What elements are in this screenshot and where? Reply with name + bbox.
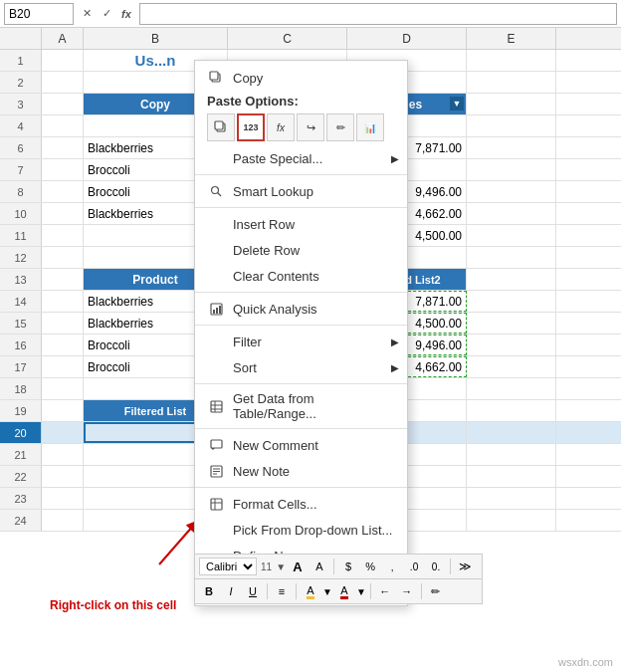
cell-a22[interactable] xyxy=(42,466,84,487)
col-header-e[interactable]: E xyxy=(467,28,556,49)
cell-e21[interactable] xyxy=(467,444,556,465)
cell-e2[interactable] xyxy=(467,72,556,93)
cell-e8[interactable] xyxy=(467,181,556,202)
paste-btn-format[interactable]: ✏ xyxy=(326,113,354,141)
cell-a20[interactable] xyxy=(42,422,84,443)
formula-input[interactable] xyxy=(139,3,617,25)
eraser-btn[interactable]: ✏ xyxy=(426,581,446,601)
font-size-increase-btn[interactable]: A xyxy=(288,557,308,576)
cell-e13[interactable] xyxy=(467,269,556,290)
cell-a10[interactable] xyxy=(42,203,84,224)
menu-item-new-comment[interactable]: New Comment xyxy=(195,432,407,458)
copy-icon xyxy=(207,69,225,87)
cell-a8[interactable] xyxy=(42,181,84,202)
menu-item-new-note[interactable]: New Note xyxy=(195,458,407,484)
percent-btn[interactable]: % xyxy=(360,557,380,576)
paste-btn-transpose[interactable]: ↪ xyxy=(297,113,324,141)
cell-e22[interactable] xyxy=(467,466,556,487)
cell-a2[interactable] xyxy=(42,72,84,93)
paste-btn-clipboard[interactable] xyxy=(207,113,235,141)
cell-e19[interactable] xyxy=(467,400,556,421)
cell-e20[interactable] xyxy=(467,422,556,443)
cell-a13[interactable] xyxy=(42,269,84,290)
cell-e1[interactable] xyxy=(467,50,556,71)
cell-a16[interactable] xyxy=(42,335,84,355)
cell-e6[interactable] xyxy=(467,137,556,158)
font-size-decrease-btn[interactable]: A xyxy=(310,557,329,576)
cell-e16[interactable] xyxy=(467,335,556,355)
cell-e10[interactable] xyxy=(467,203,556,224)
menu-item-filter[interactable]: Filter ▶ xyxy=(195,329,407,354)
col-header-a[interactable]: A xyxy=(42,28,84,49)
increase-decimal-btn[interactable]: .0 xyxy=(404,557,424,576)
align-left-btn[interactable]: ≡ xyxy=(272,581,292,601)
cell-a7[interactable] xyxy=(42,159,84,180)
menu-item-clear-contents[interactable]: Clear Contents xyxy=(195,263,407,289)
more-btn[interactable]: ≫ xyxy=(455,557,475,576)
cell-e18[interactable] xyxy=(467,378,556,399)
function-icon[interactable]: fx xyxy=(117,5,135,23)
menu-item-copy[interactable]: Copy xyxy=(195,65,407,91)
cell-e4[interactable] xyxy=(467,115,556,136)
cell-e24[interactable] xyxy=(467,510,556,531)
menu-item-pick-dropdown[interactable]: Pick From Drop-down List... xyxy=(195,517,407,543)
menu-item-insert-row[interactable]: Insert Row xyxy=(195,211,407,237)
filter-dropdown-icon[interactable]: ▼ xyxy=(450,97,464,111)
italic-btn[interactable]: I xyxy=(221,581,241,601)
cell-e11[interactable] xyxy=(467,225,556,246)
cell-a18[interactable] xyxy=(42,378,84,399)
menu-item-get-data[interactable]: Get Data from Table/Range... xyxy=(195,387,407,425)
cell-a24[interactable] xyxy=(42,510,84,531)
col-header-d[interactable]: D xyxy=(347,28,467,49)
comma-btn[interactable]: ‚ xyxy=(382,557,402,576)
menu-item-format-cells[interactable]: Format Cells... xyxy=(195,491,407,517)
font-selector[interactable]: Calibri xyxy=(199,558,257,575)
bold-btn[interactable]: B xyxy=(199,581,219,601)
cell-a11[interactable] xyxy=(42,225,84,246)
fill-color-dropdown[interactable]: ▼ xyxy=(322,586,332,597)
left-arrow-btn[interactable]: ← xyxy=(375,581,395,601)
cell-e23[interactable] xyxy=(467,488,556,509)
fill-color-btn[interactable]: A xyxy=(301,581,320,601)
paste-btn-formula[interactable]: fx xyxy=(267,113,295,141)
font-color-btn[interactable]: A xyxy=(334,581,354,601)
cell-e15[interactable] xyxy=(467,313,556,334)
cell-a15[interactable] xyxy=(42,313,84,334)
menu-item-quick-analysis[interactable]: Quick Analysis xyxy=(195,296,407,322)
menu-item-delete-row[interactable]: Delete Row xyxy=(195,237,407,263)
cell-a3[interactable] xyxy=(42,94,84,114)
paste-btn-values[interactable]: 123 xyxy=(237,113,265,141)
col-header-c[interactable]: C xyxy=(228,28,347,49)
cell-a21[interactable] xyxy=(42,444,84,465)
menu-item-sort[interactable]: Sort ▶ xyxy=(195,354,407,380)
right-arrow-btn[interactable]: → xyxy=(397,581,417,601)
paste-btn-link[interactable]: 📊 xyxy=(356,113,384,141)
menu-item-paste-special[interactable]: Paste Special... ▶ xyxy=(195,145,407,171)
menu-item-smart-lookup[interactable]: Smart Lookup xyxy=(195,178,407,204)
cell-a6[interactable] xyxy=(42,137,84,158)
col-header-b[interactable]: B xyxy=(84,28,228,49)
decrease-decimal-btn[interactable]: 0. xyxy=(426,557,446,576)
svg-point-4 xyxy=(211,186,218,193)
cell-e17[interactable] xyxy=(467,356,556,377)
cell-e3[interactable] xyxy=(467,94,556,114)
cell-a23[interactable] xyxy=(42,488,84,509)
cell-e12[interactable] xyxy=(467,247,556,268)
confirm-icon[interactable]: ✓ xyxy=(98,5,115,23)
cell-reference-box[interactable]: B20 xyxy=(4,3,74,25)
cell-a12[interactable] xyxy=(42,247,84,268)
cell-a4[interactable] xyxy=(42,115,84,136)
cell-e7[interactable] xyxy=(467,159,556,180)
font-color-dropdown[interactable]: ▼ xyxy=(356,586,366,597)
cell-e14[interactable] xyxy=(467,291,556,312)
cell-a14[interactable] xyxy=(42,291,84,312)
cancel-icon[interactable]: ✕ xyxy=(78,5,96,23)
cell-a17[interactable] xyxy=(42,356,84,377)
cell-a19[interactable] xyxy=(42,400,84,421)
dollar-btn[interactable]: $ xyxy=(338,557,358,576)
underline-btn[interactable]: U xyxy=(243,581,263,601)
pick-dropdown-icon xyxy=(207,521,225,539)
row-header: 11 xyxy=(0,225,42,246)
svg-line-23 xyxy=(159,525,194,564)
cell-a1[interactable] xyxy=(42,50,84,71)
